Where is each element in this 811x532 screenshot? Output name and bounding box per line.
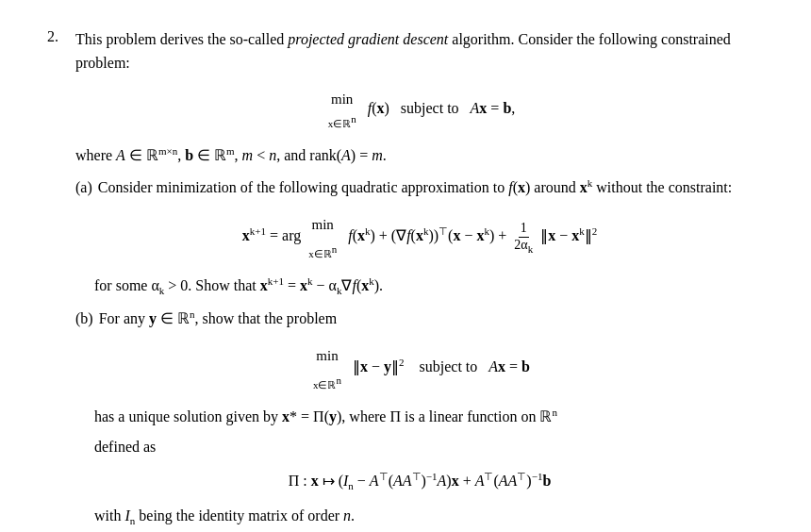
argmin-sub: x∈ℝn [308, 241, 337, 266]
defined-as-text: defined as [94, 435, 764, 459]
min-norm-op: min [316, 339, 338, 373]
for-some-line: for some αk > 0. Show that xk+1 = xk − α… [94, 274, 764, 298]
part-b: (b) For any y ∈ ℝn, show that the proble… [75, 308, 764, 527]
with-identity-line: with In being the identity matrix of ord… [94, 504, 764, 528]
part-a-label: (a) [75, 179, 92, 195]
min-operator-block: min x∈ℝn [328, 85, 356, 134]
part-b-text: For any y ∈ ℝn, show that the problem [99, 310, 337, 326]
part-b-label: (b) [75, 310, 93, 326]
min-norm-sub: x∈ℝn [313, 373, 341, 397]
part-a: (a) Consider minimization of the followi… [75, 176, 764, 298]
min-norm-block: min x∈ℝn [313, 339, 341, 397]
argmin-op: min [312, 208, 334, 241]
unique-solution-text: has a unique solution given by x* = Π(y)… [94, 405, 764, 429]
argmin-block: min x∈ℝn [308, 208, 337, 266]
intro-text: This problem derives the so-called [75, 31, 288, 47]
part-b-intro: (b) For any y ∈ ℝn, show that the proble… [75, 308, 764, 331]
min-equation-rhs: f(x) subject to Ax = b, [364, 99, 516, 115]
centered-min-equation: min x∈ℝn f(x) subject to Ax = b, [75, 85, 764, 134]
frac-denominator: 2αk [512, 238, 535, 254]
min-norm-equation: min x∈ℝn ‖x − y‖2 subject to Ax = b [75, 339, 764, 397]
pi-definition: Π : x ↦ (In − A⊤(AA⊤)−1A)x + A⊤(AA⊤)−1b [75, 464, 764, 497]
min-op-text: min [331, 85, 353, 113]
where-line: where A ∈ ℝm×n, b ∈ ℝm, m < n, and rank(… [75, 143, 764, 168]
algo-name: projected gradient descent [288, 31, 448, 47]
fraction-1-over-2alpha: 1 2αk [512, 221, 535, 254]
part-a-intro: (a) Consider minimization of the followi… [75, 176, 764, 200]
problem-number: 2. [47, 28, 68, 532]
problem-body: This problem derives the so-called proje… [75, 28, 764, 532]
argmin-equation: xk+1 = arg min x∈ℝn f(xk) + (∇f(xk))⊤(x … [75, 208, 764, 266]
problem-2: 2. This problem derives the so-called pr… [47, 28, 764, 532]
problem-intro: This problem derives the so-called proje… [75, 28, 764, 75]
part-a-text: Consider minimization of the following q… [98, 179, 733, 195]
min-subscript: x∈ℝn [328, 113, 356, 134]
frac-numerator: 1 [519, 221, 529, 238]
